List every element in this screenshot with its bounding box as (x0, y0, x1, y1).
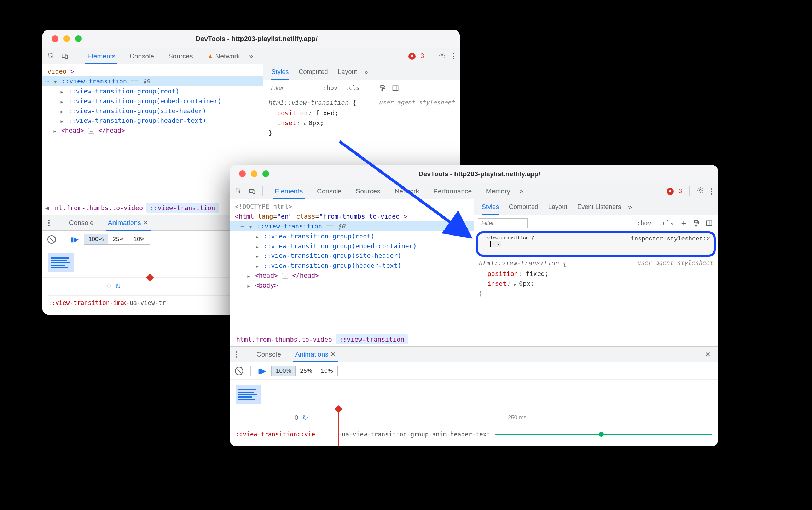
animation-track[interactable] (495, 434, 712, 435)
inspect-icon[interactable] (233, 186, 244, 197)
kebab-icon[interactable] (451, 51, 456, 62)
drawer-tab-console[interactable]: Console (62, 215, 101, 230)
animation-row[interactable]: ::view-transition::vie -ua-view-transiti… (236, 427, 712, 441)
close-dot[interactable] (239, 170, 246, 177)
dom-selected-row[interactable]: ⋯ ::view-transition == $0 (42, 76, 263, 86)
tab-sources[interactable]: Sources (161, 48, 200, 64)
error-count[interactable]: 3 (679, 187, 682, 195)
dom-group-row[interactable]: ::view-transition-group(header-text) (230, 261, 474, 271)
dom-head-row[interactable]: <head> ⋯ </head> (42, 126, 263, 135)
tab-elements[interactable]: Elements (80, 48, 122, 64)
error-badge-icon[interactable]: ✕ (408, 53, 416, 60)
drawer-tab-console[interactable]: Console (249, 347, 288, 362)
clear-icon[interactable] (235, 367, 243, 375)
dom-group-row[interactable]: ::view-transition-group(header-text) (42, 116, 263, 126)
tab-performance[interactable]: Performance (426, 183, 479, 199)
paint-icon[interactable] (692, 219, 701, 228)
dom-body-row[interactable]: <body> (230, 280, 474, 290)
play-icon[interactable]: ▮▶ (70, 236, 79, 243)
paint-icon[interactable] (378, 83, 387, 93)
speed-25[interactable]: 25% (296, 366, 317, 376)
play-icon[interactable]: ▮▶ (258, 367, 266, 375)
gear-icon[interactable] (439, 52, 446, 60)
drawer-kebab-icon[interactable] (233, 349, 239, 360)
minimize-dot[interactable] (251, 170, 257, 177)
hov-button[interactable]: :hov (321, 84, 340, 92)
kebab-icon[interactable] (709, 186, 714, 197)
dom-selected-row[interactable]: ⋯ ::view-transition == $0 (230, 221, 474, 231)
css-rule[interactable]: user agent stylesheet html::view-transit… (474, 257, 718, 300)
dom-group-row[interactable]: ::view-transition-group(site-header) (42, 106, 263, 116)
css-rule-editing[interactable]: inspector-stylesheet:2 ::view-transition… (478, 233, 714, 255)
animation-thumb[interactable] (236, 385, 261, 404)
timeline[interactable]: 0 ↻ 250 ms ::view-transition::vie -ua-vi… (230, 409, 718, 446)
more-tabs-icon[interactable] (626, 203, 632, 211)
dom-group-row[interactable]: ::view-transition-group(embed-container) (230, 241, 474, 251)
animation-thumb[interactable] (48, 253, 74, 272)
cls-button[interactable]: .cls (343, 84, 362, 92)
hov-button[interactable]: :hov (635, 219, 654, 227)
dom-head-row[interactable]: <head> ⋯ </head> (230, 271, 474, 280)
reload-icon[interactable]: ↻ (302, 413, 308, 422)
tab-elements[interactable]: Elements (268, 183, 310, 199)
dom-group-row[interactable]: ::view-transition-group(site-header) (230, 251, 474, 261)
tab-event-listeners[interactable]: Event Listeners (572, 199, 626, 215)
tab-memory[interactable]: Memory (479, 183, 517, 199)
playhead[interactable] (338, 409, 339, 446)
more-tabs-icon[interactable] (362, 68, 368, 76)
crumb-html[interactable]: html.from-thumbs.to-video (233, 334, 336, 344)
css-edit-field[interactable]: : ; (491, 241, 501, 247)
speed-10[interactable]: 10% (129, 234, 150, 244)
close-icon[interactable]: ✕ (330, 350, 336, 358)
dom-html-row[interactable]: <html lang="en" class="from-thumbs to-vi… (230, 211, 474, 221)
tab-styles[interactable]: Styles (477, 199, 504, 215)
device-icon[interactable] (59, 51, 70, 62)
more-tabs-icon[interactable] (517, 187, 523, 195)
dom-group-row[interactable]: ::view-transition-group(root) (230, 231, 474, 241)
drawer-close-icon[interactable]: ✕ (701, 350, 714, 359)
close-dot[interactable] (52, 35, 58, 42)
tab-computed[interactable]: Computed (294, 64, 333, 80)
drawer-tab-animations[interactable]: Animations ✕ (101, 215, 156, 230)
clear-icon[interactable] (47, 235, 56, 244)
tab-console[interactable]: Console (122, 48, 161, 64)
dom-group-row[interactable]: ::view-transition-group(embed-container) (42, 96, 263, 106)
close-icon[interactable]: ✕ (143, 219, 149, 227)
css-source-link[interactable]: inspector-stylesheet:2 (631, 236, 710, 242)
drawer-kebab-icon[interactable] (46, 218, 52, 228)
gear-icon[interactable] (697, 187, 704, 196)
animation-strip[interactable] (230, 380, 718, 409)
dom-group-row[interactable]: ::view-transition-group(root) (42, 86, 263, 96)
crumb-left-icon[interactable]: ◀ (45, 204, 51, 211)
ellipsis-icon[interactable]: ⋯ (282, 273, 288, 279)
crumb-html[interactable]: nl.from-thumbs.to-video (51, 203, 146, 213)
reload-icon[interactable]: ↻ (115, 282, 121, 290)
inspect-icon[interactable] (46, 51, 57, 62)
crumb-view-transition[interactable]: ::view-transition (336, 334, 408, 344)
panel-icon[interactable] (391, 83, 400, 93)
speed-100[interactable]: 100% (272, 366, 296, 376)
speed-100[interactable]: 100% (84, 234, 108, 244)
styles-filter-input[interactable] (268, 83, 317, 93)
tab-computed[interactable]: Computed (504, 199, 543, 215)
plus-button[interactable]: + (365, 83, 374, 93)
speed-25[interactable]: 25% (108, 234, 129, 244)
styles-filter-input[interactable] (478, 218, 528, 228)
zoom-dot[interactable] (75, 35, 82, 42)
tab-styles[interactable]: Styles (266, 64, 294, 80)
more-tabs-icon[interactable] (247, 52, 253, 60)
error-badge-icon[interactable]: ✕ (667, 188, 674, 195)
playhead[interactable] (150, 278, 150, 315)
zoom-dot[interactable] (262, 170, 269, 177)
error-count[interactable]: 3 (420, 52, 424, 60)
speed-10[interactable]: 10% (317, 366, 337, 376)
tab-network[interactable]: Network (388, 183, 427, 199)
dom-tree[interactable]: <!DOCTYPE html> <html lang="en" class="f… (230, 199, 474, 332)
device-icon[interactable] (247, 186, 257, 197)
tab-network[interactable]: ▲ Network (200, 48, 247, 64)
tab-sources[interactable]: Sources (349, 183, 388, 199)
tab-console[interactable]: Console (310, 183, 349, 199)
tab-layout[interactable]: Layout (543, 199, 572, 215)
panel-icon[interactable] (704, 219, 714, 228)
plus-button[interactable]: + (679, 218, 688, 228)
